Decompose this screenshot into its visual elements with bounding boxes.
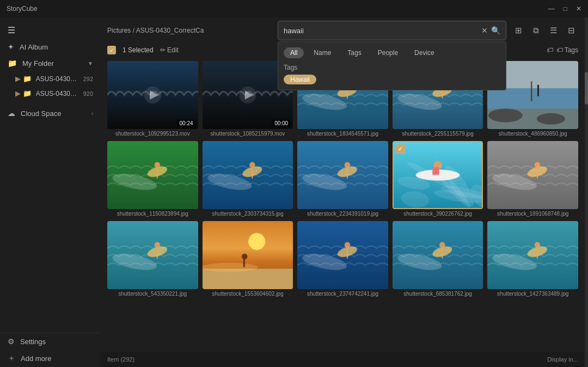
app-title: StoryCube <box>7 5 38 13</box>
toolbar-icon-filter[interactable]: ⧉ <box>530 23 542 38</box>
photo-name-r1c3: shutterstock_1834545571.jpg <box>297 131 388 137</box>
photo-canvas-r3c5 <box>487 221 578 289</box>
sidebar-folder-item-2[interactable]: ▶ 📁 ASUS-0430_Select... 920 <box>0 86 101 101</box>
sidebar-item-settings[interactable]: ⚙ Settings <box>0 333 101 350</box>
photo-thumb-r2c3 <box>297 141 388 209</box>
folder-icon: 📁 <box>8 59 17 68</box>
photo-thumb-r2c2 <box>203 141 293 209</box>
sidebar: ☰ ✦ AI Album 📁 My Folder ▼ ▶ 📁 ASUS-0430… <box>0 17 101 367</box>
cloud-space-label: Cloud Space <box>21 109 86 118</box>
toolbar-icon-monitor[interactable]: ⊞ <box>512 23 525 38</box>
main-content: Pictures / ASUS-0430_CorrectCa ✕ 🔍 All N… <box>101 17 585 367</box>
search-bar-container: ✕ 🔍 All Name Tags People Device Tags <box>278 21 506 40</box>
photo-grid: 00:24 shutterstock_1092995123.mov 00:00 … <box>107 61 578 297</box>
toolbar-icon-sort[interactable]: ☰ <box>547 23 560 38</box>
video-badge-r1c2: 00:00 <box>272 120 291 127</box>
top-toolbar: Pictures / ASUS-0430_CorrectCa ✕ 🔍 All N… <box>101 17 585 44</box>
minimize-button[interactable]: — <box>548 5 555 13</box>
filter-tab-all[interactable]: All <box>284 47 304 58</box>
filter-tab-device[interactable]: Device <box>408 47 441 58</box>
folder-count-1: 292 <box>83 76 93 82</box>
photo-name-r1c5: shutterstock_486960850.jpg <box>487 131 578 137</box>
tags-icon: 🏷 <box>547 46 553 54</box>
sidebar-item-cloud-space[interactable]: ☁ Cloud Space › <box>0 105 101 121</box>
selected-count: 1 Selected <box>122 46 154 54</box>
sidebar-item-add-more[interactable]: ＋ Add more <box>0 350 101 367</box>
dropdown-section-label: Tags <box>284 64 500 71</box>
filter-tab-name[interactable]: Name <box>307 47 338 58</box>
photo-name-r2c1: shutterstock_1150823894.jpg <box>107 211 198 217</box>
folder-name-1: ASUS-0430_Correc... <box>36 75 79 83</box>
search-input[interactable] <box>284 27 481 35</box>
photo-name-r3c4: shutterstock_685381762.jpg <box>393 291 483 297</box>
photo-grid-area: 00:24 shutterstock_1092995123.mov 00:00 … <box>101 57 585 352</box>
photo-item-r3c2[interactable]: shutterstock_1553604602.jpg <box>203 221 293 297</box>
photo-name-r2c5: shutterstock_1891068748.jpg <box>487 211 578 217</box>
photo-canvas-r3c2 <box>203 221 293 289</box>
photo-item-r3c4[interactable]: shutterstock_685381762.jpg <box>393 221 483 297</box>
settings-icon: ⚙ <box>8 337 15 346</box>
sidebar-bottom: ⚙ Settings ＋ Add more <box>0 333 101 367</box>
search-clear-icon[interactable]: ✕ <box>481 26 488 35</box>
photo-thumb-r3c5 <box>487 221 578 289</box>
edit-button[interactable]: ✏ Edit <box>160 46 179 54</box>
check-badge-r2c4: ✓ <box>396 144 406 154</box>
title-bar: StoryCube — □ ✕ <box>0 0 588 17</box>
display-text: Display in... <box>547 356 578 363</box>
breadcrumb: Pictures / ASUS-0430_CorrectCa <box>107 27 204 34</box>
sidebar-item-my-folder[interactable]: 📁 My Folder ▼ <box>0 55 101 71</box>
ai-album-icon: ✦ <box>8 42 14 51</box>
photo-item-r2c5[interactable]: shutterstock_1891068748.jpg <box>487 141 578 217</box>
photo-canvas-r3c4 <box>393 221 483 289</box>
photo-item-r3c5[interactable]: shutterstock_1427363489.jpg <box>487 221 578 297</box>
photo-item-r3c3[interactable]: shutterstock_2374742241.jpg <box>297 221 388 297</box>
toolbar-icons: ⊞ ⧉ ☰ ⊟ <box>512 23 578 38</box>
sidebar-folder-item-1[interactable]: ▶ 📁 ASUS-0430_Correc... 292 <box>0 71 101 86</box>
folder-name-2: ASUS-0430_Select... <box>36 90 79 97</box>
close-button[interactable]: ✕ <box>576 5 581 13</box>
photo-name-r2c2: shutterstock_2303734315.jpg <box>203 211 293 217</box>
search-box: ✕ 🔍 <box>278 21 506 40</box>
photo-canvas-r3c1 <box>107 221 198 289</box>
my-folder-chevron: ▼ <box>88 60 93 66</box>
photo-name-r3c3: shutterstock_2374742241.jpg <box>297 291 388 297</box>
photo-item-r2c1[interactable]: shutterstock_1150823894.jpg <box>107 141 198 217</box>
tags-label: 🏷 Tags <box>556 46 578 54</box>
window-controls: — □ ✕ <box>548 5 581 13</box>
photo-item-r2c3[interactable]: shutterstock_2234391019.jpg <box>297 141 388 217</box>
maximize-button[interactable]: □ <box>564 5 567 13</box>
photo-canvas-r2c4 <box>394 142 482 208</box>
video-badge-r1c1: 00:24 <box>177 120 196 127</box>
subfolder-icon-1: ▶ 📁 <box>15 75 32 83</box>
filter-tab-tags[interactable]: Tags <box>341 47 367 58</box>
photo-thumb-r3c4 <box>393 221 483 289</box>
photo-item-r1c1[interactable]: 00:24 shutterstock_1092995123.mov <box>107 61 198 137</box>
add-more-icon: ＋ <box>8 353 15 363</box>
photo-name-r3c5: shutterstock_1427363489.jpg <box>487 291 578 297</box>
subfolder-icon-2: ▶ 📁 <box>15 89 32 97</box>
filter-tab-people[interactable]: People <box>371 47 405 58</box>
photo-name-r2c3: shutterstock_2234391019.jpg <box>297 211 388 217</box>
photo-item-r2c4[interactable]: ✓ shutterstock_390226762.jpg <box>393 141 483 217</box>
hamburger-menu[interactable]: ☰ <box>0 22 101 39</box>
folder-count-2: 920 <box>83 90 93 97</box>
tag-chip-hawaii[interactable]: Hawaii <box>284 75 316 84</box>
cloud-icon: ☁ <box>8 109 15 118</box>
search-dropdown: All Name Tags People Device Tags Hawaii <box>278 41 506 90</box>
sidebar-item-ai-album[interactable]: ✦ AI Album <box>0 39 101 55</box>
photo-thumb-r2c4: ✓ <box>393 141 483 209</box>
photo-item-r2c2[interactable]: shutterstock_2303734315.jpg <box>203 141 293 217</box>
photo-item-r3c1[interactable]: shutterstock_543350221.jpg <box>107 221 198 297</box>
selected-checkbox[interactable]: ✓ <box>107 46 116 54</box>
add-more-label: Add more <box>21 354 93 363</box>
status-bar: Item (292) Display in... <box>101 352 585 367</box>
settings-label: Settings <box>20 338 93 346</box>
photo-thumb-r3c3 <box>297 221 388 289</box>
my-folder-label: My Folder <box>22 59 82 68</box>
scrollbar-thumb[interactable] <box>585 72 588 105</box>
photo-name-r3c1: shutterstock_543350221.jpg <box>107 291 198 297</box>
title-bar-left: StoryCube <box>7 5 38 13</box>
search-submit-icon[interactable]: 🔍 <box>491 26 500 35</box>
toolbar-icon-grid[interactable]: ⊟ <box>565 23 578 38</box>
photo-canvas-r2c2 <box>203 141 293 209</box>
